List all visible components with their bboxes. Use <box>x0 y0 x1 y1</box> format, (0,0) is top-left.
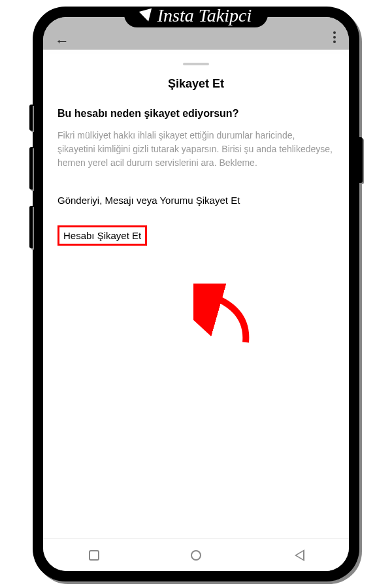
android-nav-bar <box>43 538 349 571</box>
option-report-account[interactable]: Hesabı Şikayet Et <box>57 214 335 253</box>
sheet-title: Şikayet Et <box>57 77 335 91</box>
annotation-arrow-icon <box>193 284 265 355</box>
phone-button <box>359 137 363 183</box>
phone-button <box>29 206 33 248</box>
phone-button <box>29 147 33 189</box>
back-nav-icon[interactable] <box>293 549 303 561</box>
kebab-menu-icon[interactable] <box>333 31 336 43</box>
screen: ← Şikayet Et Bu hesabı neden şikayet edi… <box>43 17 349 571</box>
sheet-drag-handle[interactable] <box>183 63 209 65</box>
phone-right-buttons <box>359 137 363 183</box>
back-arrow-icon[interactable]: ← <box>55 33 69 50</box>
option-report-content[interactable]: Gönderiyi, Mesajı veya Yorumu Şikayet Et <box>57 187 335 214</box>
brand-logo: Insta Takipci <box>140 5 252 26</box>
recents-icon[interactable] <box>89 550 99 561</box>
home-icon[interactable] <box>191 550 201 561</box>
sheet-question: Bu hesabı neden şikayet ediyorsun? <box>57 108 335 120</box>
option-label-highlighted: Hesabı Şikayet Et <box>57 225 147 246</box>
phone-button <box>29 105 33 131</box>
option-label: Gönderiyi, Mesajı veya Yorumu Şikayet Et <box>57 195 240 206</box>
bottom-sheet: Şikayet Et Bu hesabı neden şikayet ediyo… <box>43 54 349 538</box>
phone-frame: Insta Takipci ← Şikayet Et Bu hesabı ned… <box>33 7 359 581</box>
phone-left-buttons <box>29 105 33 265</box>
logo-text: Insta Takipci <box>157 5 252 26</box>
sheet-description: Fikri mülkiyet hakkı ihlali şikayet etti… <box>57 129 335 170</box>
logo-arrow-icon <box>139 8 155 24</box>
